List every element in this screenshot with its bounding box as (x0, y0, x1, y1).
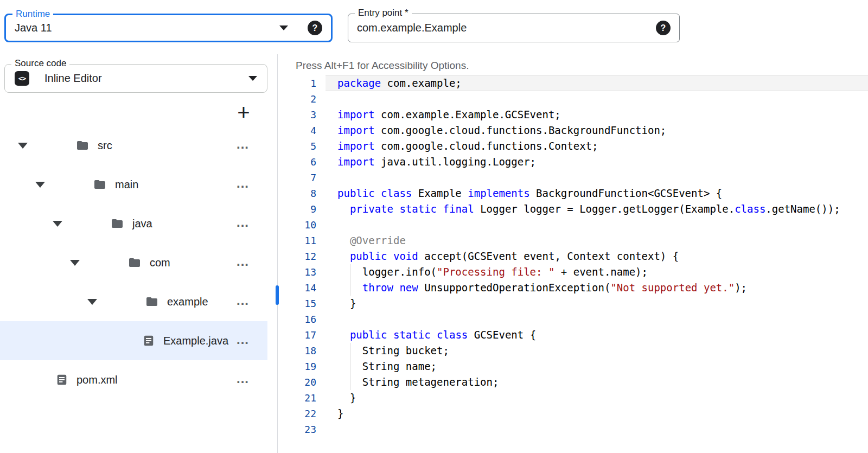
tree-item-src[interactable]: src... (0, 126, 267, 165)
expand-caret-icon[interactable] (18, 143, 28, 149)
tree-item-label: java (132, 218, 152, 230)
source-code-select[interactable]: Source code <> Inline Editor (4, 64, 267, 93)
line-number: 13 (278, 264, 316, 280)
tree-item-com[interactable]: com... (0, 243, 267, 282)
tree-item-example[interactable]: example... (0, 282, 267, 321)
code-line[interactable]: 1package com.example; (278, 75, 868, 91)
code-line[interactable]: 23 (278, 422, 868, 437)
line-number: 21 (278, 390, 316, 406)
indent-guide (350, 264, 350, 280)
accessibility-hint: Press Alt+F1 for Accessibility Options. (296, 60, 469, 72)
more-options-icon[interactable]: ... (237, 332, 249, 347)
file-icon (143, 335, 155, 347)
code-line[interactable]: 6import java.util.logging.Logger; (278, 154, 868, 170)
indent-guide (350, 343, 350, 359)
expand-caret-icon[interactable] (70, 260, 80, 266)
more-options-icon[interactable]: ... (237, 293, 249, 308)
line-number: 11 (278, 233, 316, 248)
code-line[interactable]: 8public class Example implements Backgro… (278, 186, 868, 201)
expand-caret-icon[interactable] (53, 221, 62, 227)
code-line-text: import java.util.logging.Logger; (337, 154, 536, 170)
code-line[interactable]: 15 } (278, 296, 868, 311)
code-line[interactable]: 17 public static class GCSEvent { (278, 327, 868, 343)
code-line[interactable]: 9 private static final Logger logger = L… (278, 201, 868, 217)
line-number: 23 (278, 422, 316, 437)
indent-guide (350, 374, 350, 390)
entry-point-field[interactable]: Entry point * ? (348, 14, 680, 42)
source-code-value: Inline Editor (44, 72, 102, 85)
code-line-text: logger.info("Processing file: " + event.… (337, 264, 648, 280)
code-line-text: import com.google.cloud.functions.Backgr… (337, 123, 666, 138)
code-line[interactable]: 11 @Override (278, 233, 868, 248)
code-editor[interactable]: 1package com.example;23import com.exampl… (278, 75, 868, 437)
tree-item-label: Example.java (163, 335, 228, 347)
tree-item-label: com (150, 257, 170, 269)
code-line[interactable]: 13 logger.info("Processing file: " + eve… (278, 264, 868, 280)
code-line[interactable]: 7 (278, 170, 868, 186)
more-options-icon[interactable]: ... (237, 176, 249, 191)
folder-icon (128, 256, 141, 269)
tree-item-example-java[interactable]: Example.java... (0, 321, 267, 360)
code-line-text: public static class GCSEvent { (337, 327, 536, 343)
more-options-icon[interactable]: ... (237, 371, 249, 386)
line-number: 19 (278, 359, 316, 374)
code-line-text: String name; (337, 359, 437, 374)
expand-caret-icon[interactable] (87, 299, 97, 305)
chevron-down-icon[interactable] (279, 25, 288, 30)
code-line[interactable]: 18 String bucket; (278, 343, 868, 359)
file-tree: src...main...java...com...example...Exam… (0, 126, 267, 399)
more-options-icon[interactable]: ... (237, 254, 249, 269)
line-number: 14 (278, 280, 316, 296)
expand-caret-icon[interactable] (35, 182, 45, 188)
runtime-value: Java 11 (15, 22, 52, 34)
code-line[interactable]: 21 } (278, 390, 868, 406)
code-lines: 1package com.example;23import com.exampl… (278, 75, 868, 437)
indent-guide (350, 359, 350, 374)
runtime-label: Runtime (12, 9, 53, 20)
code-line[interactable]: 3import com.example.Example.GCSEvent; (278, 107, 868, 123)
chevron-down-icon[interactable] (248, 76, 257, 81)
line-number: 16 (278, 311, 316, 327)
more-options-icon[interactable]: ... (237, 215, 249, 230)
tree-item-java[interactable]: java... (0, 204, 267, 243)
code-line[interactable]: 14 throw new UnsupportedOperationExcepti… (278, 280, 868, 296)
line-number: 17 (278, 327, 316, 343)
entry-point-help-icon[interactable]: ? (656, 21, 671, 35)
code-line[interactable]: 5import com.google.cloud.functions.Conte… (278, 138, 868, 154)
code-icon: <> (15, 71, 29, 86)
tree-item-main[interactable]: main... (0, 165, 267, 204)
code-line-text: throw new UnsupportedOperationException(… (337, 280, 747, 296)
folder-icon (145, 295, 158, 308)
code-line[interactable]: 22} (278, 406, 868, 422)
source-code-label: Source code (11, 58, 69, 69)
code-line[interactable]: 19 String name; (278, 359, 868, 374)
line-number: 10 (278, 217, 316, 233)
code-line-text: } (337, 390, 356, 406)
runtime-select[interactable]: Runtime Java 11 ? (4, 14, 333, 42)
code-line-text: import com.google.cloud.functions.Contex… (337, 138, 598, 154)
line-number: 4 (278, 123, 316, 138)
runtime-help-icon[interactable]: ? (308, 21, 322, 35)
line-number: 7 (278, 170, 316, 186)
entry-point-input[interactable] (357, 22, 649, 34)
line-number: 5 (278, 138, 316, 154)
add-file-button[interactable]: + (232, 101, 255, 124)
tree-item-pom-xml[interactable]: pom.xml... (0, 360, 267, 399)
line-number: 2 (278, 91, 316, 107)
folder-icon (93, 178, 106, 191)
code-line-text: @Override (337, 233, 406, 248)
code-line-text: import com.example.Example.GCSEvent; (337, 107, 561, 123)
code-line-text: public class Example implements Backgrou… (337, 186, 722, 201)
line-number: 3 (278, 107, 316, 123)
code-line[interactable]: 20 String metageneration; (278, 374, 868, 390)
more-options-icon[interactable]: ... (237, 137, 249, 152)
file-icon (56, 374, 68, 386)
code-line[interactable]: 10 (278, 217, 868, 233)
line-number: 1 (278, 75, 316, 91)
code-line-text: package com.example; (337, 75, 462, 91)
code-line[interactable]: 4import com.google.cloud.functions.Backg… (278, 123, 868, 138)
code-line-text: String metageneration; (337, 374, 499, 390)
code-line[interactable]: 12 public void accept(GCSEvent event, Co… (278, 248, 868, 264)
code-line[interactable]: 2 (278, 91, 868, 107)
code-line[interactable]: 16 (278, 311, 868, 327)
